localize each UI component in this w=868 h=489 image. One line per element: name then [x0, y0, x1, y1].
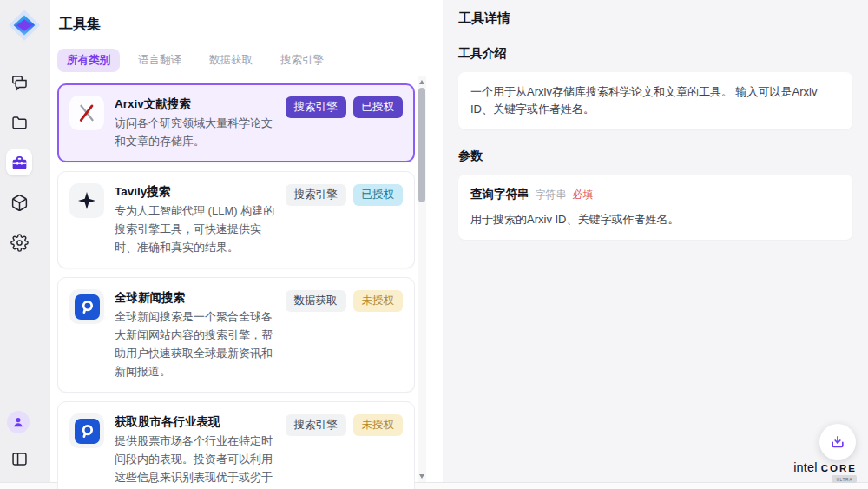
- auth-status-badge: 未授权: [353, 290, 404, 312]
- core-wordmark: CORE: [821, 463, 857, 473]
- download-button[interactable]: [819, 424, 856, 460]
- tool-card-global-news[interactable]: 全球新闻搜索 全球新闻搜索是一个聚合全球各大新闻网站内容的搜索引擎，帮助用户快速…: [57, 277, 415, 393]
- category-badge: 数据获取: [286, 290, 346, 312]
- tavily-star-icon: [69, 183, 104, 218]
- user-avatar[interactable]: [7, 411, 30, 433]
- package-icon: [10, 194, 29, 212]
- user-icon: [11, 415, 25, 429]
- tool-name: Arxiv文献搜索: [115, 96, 275, 112]
- params-heading: 参数: [458, 149, 852, 164]
- sidebar-item-settings[interactable]: [6, 229, 32, 255]
- tool-card-sector-performance[interactable]: 获取股市各行业表现 提供股票市场各个行业在特定时间段内的表现。投资者可以利用这些…: [57, 401, 415, 489]
- app-window: 工具集 所有类别 语言翻译 数据获取 搜索引擎 Arxiv文献搜索 访问各个研究…: [0, 0, 868, 482]
- intro-heading: 工具介绍: [458, 46, 852, 62]
- tab-translation[interactable]: 语言翻译: [128, 49, 191, 72]
- category-badge: 搜索引擎: [286, 96, 346, 118]
- tab-all-categories[interactable]: 所有类别: [57, 49, 120, 72]
- sidebar-item-packages[interactable]: [6, 189, 32, 215]
- chat-icon: [10, 74, 29, 92]
- tool-card-list: Arxiv文献搜索 访问各个研究领域大量科学论文和文章的存储库。 搜索引擎 已授…: [57, 83, 415, 489]
- scroll-down-arrow-icon[interactable]: [419, 474, 424, 479]
- tool-description: 全球新闻搜索是一个聚合全球各大新闻网站内容的搜索引擎，帮助用户快速获取全球最新资…: [115, 307, 275, 380]
- rail-bottom: [0, 411, 50, 482]
- collapse-sidebar-icon: [10, 450, 29, 468]
- list-scrollbar[interactable]: [418, 76, 426, 482]
- arxiv-logo-icon: [69, 96, 104, 130]
- download-icon: [829, 433, 846, 451]
- tool-card-arxiv[interactable]: Arxiv文献搜索 访问各个研究领域大量科学论文和文章的存储库。 搜索引擎 已授…: [57, 83, 415, 162]
- intel-core-logo: intel CORE Ultra: [793, 460, 857, 483]
- left-icon-rail: [0, 0, 50, 482]
- tool-description: 提供股票市场各个行业在特定时间段内的表现。投资者可以利用这些信息来识别表现优于或…: [115, 432, 275, 489]
- category-tabs: 所有类别 语言翻译 数据获取 搜索引擎: [57, 49, 443, 72]
- page-title: 工具集: [59, 16, 443, 34]
- quark-q-icon: [69, 289, 104, 324]
- intro-box: 一个用于从Arxiv存储库搜索科学论文和文章的工具。 输入可以是Arxiv ID…: [458, 72, 852, 129]
- tool-name: 获取股市各行业表现: [115, 413, 275, 430]
- auth-status-badge: 未授权: [353, 414, 404, 436]
- tab-data-fetch[interactable]: 数据获取: [200, 49, 262, 72]
- rail-nav: [0, 69, 50, 269]
- collapse-sidebar-button[interactable]: [6, 446, 32, 472]
- param-required-label: 必填: [573, 186, 594, 203]
- scrollbar-thumb[interactable]: [418, 88, 425, 202]
- tools-list-panel: 工具集 所有类别 语言翻译 数据获取 搜索引擎 Arxiv文献搜索 访问各个研究…: [50, 0, 443, 482]
- scroll-up-arrow-icon[interactable]: [419, 80, 424, 84]
- tool-description: 专为人工智能代理 (LLM) 构建的搜索引擎工具，可快速提供实时、准确和真实的结…: [115, 202, 275, 256]
- sidebar-item-chat[interactable]: [6, 69, 32, 96]
- app-logo-icon: [8, 9, 41, 42]
- toolbox-icon: [10, 154, 29, 172]
- param-box: 查询字符串 字符串 必填 用于搜索的Arxiv ID、关键字或作者姓名。: [458, 175, 852, 240]
- quark-q-icon: [69, 413, 104, 448]
- tool-name: 全球新闻搜索: [115, 289, 275, 306]
- gear-icon: [10, 234, 29, 252]
- folder-icon: [10, 114, 29, 132]
- ultra-badge: Ultra: [832, 475, 857, 483]
- category-badge: 搜索引擎: [286, 414, 346, 436]
- sidebar-item-tools[interactable]: [6, 149, 32, 175]
- param-type: 字符串: [536, 186, 567, 203]
- tool-description: 访问各个研究领域大量科学论文和文章的存储库。: [115, 114, 275, 150]
- tool-name: Tavily搜索: [115, 183, 275, 200]
- category-badge: 搜索引擎: [286, 184, 346, 206]
- param-description: 用于搜索的Arxiv ID、关键字或作者姓名。: [470, 211, 840, 228]
- detail-title: 工具详情: [458, 10, 852, 27]
- tool-detail-panel: 工具详情 工具介绍 一个用于从Arxiv存储库搜索科学论文和文章的工具。 输入可…: [443, 0, 868, 482]
- sidebar-item-files[interactable]: [6, 109, 32, 135]
- param-name: 查询字符串: [470, 186, 529, 203]
- auth-status-badge: 已授权: [353, 96, 404, 118]
- tool-card-tavily[interactable]: Tavily搜索 专为人工智能代理 (LLM) 构建的搜索引擎工具，可快速提供实…: [57, 171, 415, 268]
- tab-search-engine[interactable]: 搜索引擎: [271, 49, 333, 72]
- auth-status-badge: 已授权: [353, 184, 404, 206]
- intel-wordmark: intel: [793, 460, 818, 474]
